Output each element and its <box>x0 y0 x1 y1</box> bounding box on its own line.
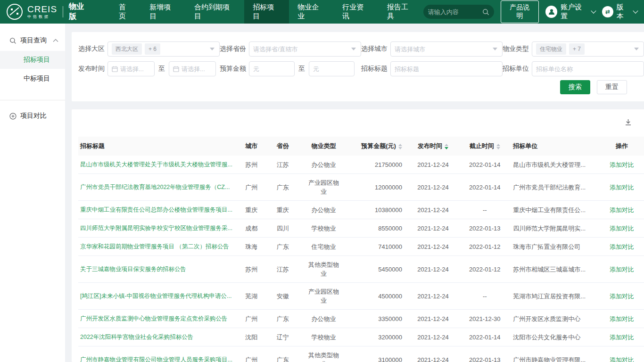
province-select-input[interactable] <box>253 46 357 53</box>
search-button[interactable]: 搜索 <box>560 80 590 94</box>
add-compare-link-wrap: 添加对比 <box>600 328 644 346</box>
column-header-5[interactable]: 发布时间 <box>408 137 458 156</box>
add-compare-link[interactable]: 添加对比 <box>610 225 634 232</box>
reset-button[interactable]: 重置 <box>597 80 627 94</box>
type-cell-wrap: 办公物业 <box>299 310 347 328</box>
filter-buttons: 搜索 重置 <box>78 80 627 94</box>
date-range-separator: 至 <box>158 65 165 73</box>
filter-province-label: 选择省份 <box>220 45 249 53</box>
add-compare-link[interactable]: 添加对比 <box>610 243 634 250</box>
bid-title-link-wrap: 四川师范大学附属昆明实验学校安宁校区物业管理服务采... <box>78 219 237 238</box>
search-icon[interactable] <box>482 8 489 16</box>
city-select-input[interactable] <box>395 46 498 53</box>
column-header-4[interactable]: 预算金额(元) <box>347 137 408 156</box>
add-compare-link[interactable]: 添加对比 <box>610 315 634 322</box>
product-doc-button[interactable]: 产品说明 <box>501 0 539 23</box>
bid-title-link[interactable]: 京华家和花园前期物业管理服务项目 （第二次）招标公告 <box>80 242 235 251</box>
nav-item-4[interactable]: 物业企业 <box>289 0 334 24</box>
sort-caret-down-icon <box>496 147 500 149</box>
chevron-up-icon[interactable] <box>53 39 58 42</box>
province-cell: 广东 <box>266 174 299 201</box>
nav-item-1[interactable]: 新增项目 <box>141 0 186 24</box>
add-compare-link[interactable]: 添加对比 <box>610 161 634 168</box>
download-icon[interactable] <box>625 119 632 126</box>
column-header-6[interactable]: 截止时间 <box>458 137 511 156</box>
region-select[interactable]: 西北大区+ 6 <box>107 41 220 57</box>
add-compare-link[interactable]: 添加对比 <box>610 206 634 214</box>
table-row: 重庆中烟工业有限责任公司总部办公楼物业管理服务项目...重庆重庆办公物业1038… <box>78 201 644 219</box>
publish-date-cell: 2021-12-24 <box>408 238 458 256</box>
type-cell: 住宅物业 <box>311 242 336 251</box>
column-header-7: 招标单位 <box>511 137 600 156</box>
sort-icon[interactable] <box>445 144 448 149</box>
brand-subtitle: 中指数据 <box>27 15 57 19</box>
filter-city: 选择城市 <box>361 41 503 57</box>
sidebar-menu: 招标项目中标项目 <box>0 51 65 88</box>
budget-min-field[interactable] <box>249 61 295 76</box>
bid-unit-input[interactable] <box>536 66 640 73</box>
add-compare-link[interactable]: 添加对比 <box>610 184 634 191</box>
deadline-cell: 2022-01-12 <box>458 238 511 256</box>
brand-name: CREIS <box>27 5 57 14</box>
sort-icon[interactable] <box>496 144 500 149</box>
bid-title-input[interactable] <box>395 66 498 73</box>
bid-title-link[interactable]: 2022年沈阳科学宫物业社会化采购招标公告 <box>80 333 235 342</box>
type-cell-wrap: 办公物业 <box>299 156 347 174</box>
publish-date-cell: 2021-12-24 <box>408 256 458 283</box>
publish-date-start-picker[interactable] <box>107 61 155 76</box>
global-search-input[interactable] <box>428 8 482 16</box>
sidebar-item-0[interactable]: 招标项目 <box>0 51 65 69</box>
bid-title-link[interactable]: 昆山市市级机关大楼管理处关于市级机关大楼物业管理服... <box>80 160 235 169</box>
bid-unit-field[interactable] <box>532 61 644 76</box>
sidebar-item-project-compare[interactable]: 项目对比 <box>0 108 65 124</box>
sort-icon[interactable] <box>398 144 402 149</box>
global-search-box[interactable] <box>423 5 494 19</box>
bid-title-link[interactable]: 广州市党员干部纪法教育基地2022年物业管理服务（CZ... <box>80 183 235 192</box>
unit-cell: 芜湖市鸠江宜居投资有限... <box>511 283 600 310</box>
filter-property-type: 物业类型 住宅物业+ 7 <box>503 41 644 57</box>
bid-title-field[interactable] <box>390 61 503 76</box>
budget-max-input[interactable] <box>313 66 350 73</box>
add-compare-link-wrap: 添加对比 <box>600 283 644 310</box>
account-settings-menu[interactable]: 账户设置 <box>545 3 595 21</box>
property-type-select[interactable]: 住宅物业+ 7 <box>532 41 644 57</box>
bid-title-link[interactable]: [鸠江区]未来小镇-中国视谷物业管理服务代理机构申请公... <box>80 292 235 301</box>
bid-title-link[interactable]: 广州市静嘉物业管理有限公司物业管理人员服务采购项目... <box>80 355 235 362</box>
budget-min-input[interactable] <box>253 66 290 73</box>
add-compare-link[interactable]: 添加对比 <box>610 266 634 273</box>
table-row: 广州市党员干部纪法教育基地2022年物业管理服务（CZ...广州广东产业园区物业… <box>78 174 644 201</box>
province-select[interactable] <box>249 41 361 57</box>
add-compare-link[interactable]: 添加对比 <box>610 293 634 300</box>
nav-item-2[interactable]: 合约到期项目 <box>186 0 244 24</box>
nav-item-3[interactable]: 招标项目 <box>244 0 289 24</box>
filter-row-1: 选择大区 西北大区+ 6 选择省份 选择城市 <box>78 41 644 57</box>
bid-title-link[interactable]: 重庆中烟工业有限责任公司总部办公楼物业管理服务项目... <box>80 206 235 214</box>
province-cell: 四川 <box>266 219 299 238</box>
version-menu[interactable]: ⇄ 版本 <box>602 3 637 21</box>
filter-budget-label: 预算金额 <box>220 65 249 73</box>
nav-item-6[interactable]: 报告工具 <box>379 0 423 24</box>
publish-date-end-picker[interactable] <box>169 61 216 76</box>
nav-item-5[interactable]: 行业资讯 <box>334 0 379 24</box>
publish-date-end-input[interactable] <box>182 66 212 73</box>
city-select[interactable] <box>390 41 503 57</box>
sidebar-group-project-query[interactable]: 项目查询 <box>0 34 65 47</box>
creis-logo-icon <box>7 4 23 20</box>
sidebar-item-1[interactable]: 中标项目 <box>0 70 65 88</box>
bid-title-link-wrap: 广州市党员干部纪法教育基地2022年物业管理服务（CZ... <box>78 174 237 201</box>
add-compare-link[interactable]: 添加对比 <box>610 334 634 341</box>
type-cell-wrap: 住宅物业 <box>299 238 347 256</box>
bid-title-link[interactable]: 广州开发区水质监测中心物业管理服务定点竞价采购公告 <box>80 314 235 323</box>
province-cell: 安徽 <box>266 283 299 310</box>
budget-max-field[interactable] <box>309 61 355 76</box>
bid-title-link[interactable]: 关于三城嘉物业项目保安服务的招标公告 <box>80 265 235 274</box>
publish-date-cell: 2021-12-24 <box>408 201 458 219</box>
province-cell: 辽宁 <box>266 328 299 346</box>
publish-date-start-input[interactable] <box>120 66 150 73</box>
type-cell-wrap: 其他类型物业 <box>299 256 347 283</box>
add-compare-link[interactable]: 添加对比 <box>610 356 634 362</box>
nav-item-0[interactable]: 首页 <box>110 0 141 24</box>
column-header-1: 城市 <box>237 137 266 156</box>
bid-title-link[interactable]: 四川师范大学附属昆明实验学校安宁校区物业管理服务采... <box>80 224 235 233</box>
city-cell: 芜湖 <box>237 283 266 310</box>
